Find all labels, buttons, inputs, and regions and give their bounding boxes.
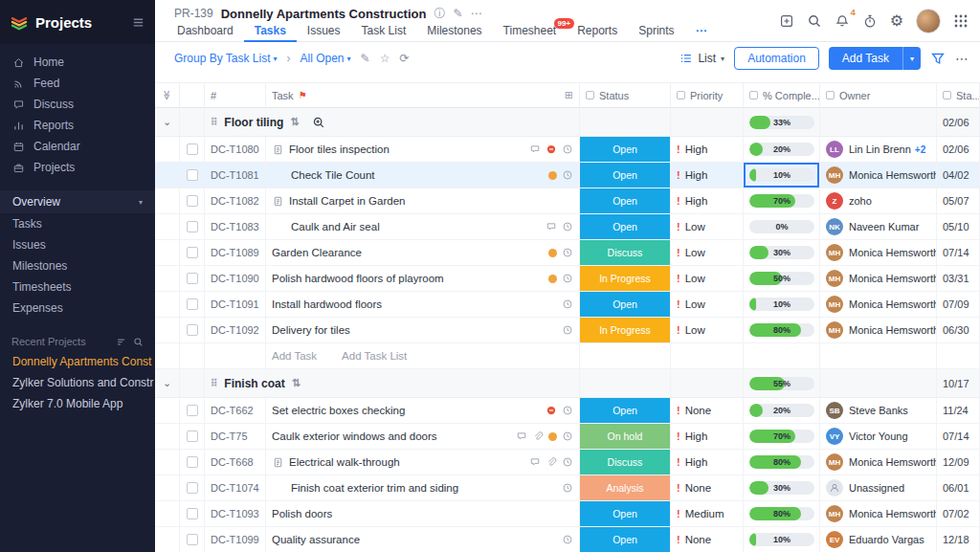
sidebar-item-discuss[interactable]: Discuss (0, 94, 155, 115)
priority-cell[interactable]: !Low (671, 318, 744, 343)
edit-view-icon[interactable]: ✎ (361, 52, 370, 65)
progress-cell[interactable]: 70% (744, 188, 820, 214)
group-collapse-cell[interactable]: ⌄ (155, 369, 180, 398)
row-checkbox[interactable] (187, 298, 198, 310)
row-checkbox[interactable] (187, 221, 198, 232)
sort-projects-icon[interactable] (116, 337, 126, 347)
status-chip[interactable]: Open (580, 163, 670, 188)
notifications-bell-icon[interactable]: 4 (835, 13, 850, 29)
edit-project-icon[interactable]: ✎ (453, 7, 462, 20)
progress-cell[interactable]: 10% (744, 163, 820, 188)
sidebar-item-home[interactable]: Home (0, 52, 155, 73)
tab-milestones[interactable]: Milestones (416, 24, 492, 42)
status-cell[interactable]: Analysis (580, 475, 671, 501)
sidebar-item-calendar[interactable]: Calendar (0, 136, 155, 157)
info-icon[interactable]: ⓘ (434, 6, 445, 22)
sort-icon[interactable]: ⇅ (290, 116, 299, 128)
view-filter-dropdown[interactable]: All Open ▾ (301, 52, 351, 65)
task-name-cell[interactable]: Delivery for tiles (266, 318, 580, 343)
progress-cell[interactable]: 70% (744, 424, 820, 450)
search-icon[interactable] (807, 13, 822, 29)
task-group-row[interactable]: ⌄⠿Floor tiling⇅33%02/06 (155, 108, 980, 137)
group-collapse-cell[interactable]: ⌄ (155, 108, 180, 137)
priority-cell[interactable]: !Low (671, 240, 744, 266)
row-checkbox[interactable] (187, 534, 198, 545)
status-chip[interactable]: Open (580, 501, 670, 526)
status-cell[interactable]: Discuss (580, 450, 671, 475)
col-header-sta[interactable]: Sta... (937, 82, 980, 108)
sidebar-subitem-issues[interactable]: Issues (0, 234, 155, 255)
table-row[interactable]: DC-T668Electrical walk-throughDiscuss!Hi… (155, 450, 980, 475)
table-row[interactable]: DC-T1091Install hardwood floorsOpen!Low1… (155, 292, 980, 318)
col-header-owner[interactable]: Owner (820, 82, 937, 108)
task-name-cell[interactable]: Finish coat exterior trim and siding (266, 475, 580, 501)
row-checkbox[interactable] (187, 431, 198, 442)
task-name-cell[interactable]: Floor tiles inspection (266, 137, 580, 163)
progress-cell[interactable]: 30% (744, 475, 820, 501)
row-checkbox[interactable] (187, 405, 198, 416)
tab-issues[interactable]: Issues (297, 24, 351, 42)
row-checkbox[interactable] (187, 144, 198, 155)
view-mode-selector[interactable]: List ▾ (679, 52, 724, 65)
column-settings-icon[interactable]: ⊞ (565, 89, 573, 101)
tab-reports[interactable]: Reports (567, 24, 628, 42)
apps-grid-icon[interactable] (953, 13, 969, 29)
tab-tasks[interactable]: Tasks (244, 24, 297, 42)
favorite-star-icon[interactable]: ☆ (380, 52, 390, 65)
status-chip[interactable]: Open (580, 527, 670, 552)
priority-cell[interactable]: !Medium (671, 501, 744, 527)
col-header-item[interactable]: # (205, 82, 266, 108)
status-chip[interactable]: Open (580, 137, 670, 162)
col-header-task[interactable]: Task⚑⊞ (266, 82, 580, 108)
owner-cell[interactable]: LLLin Lin Brenn+2 (820, 137, 937, 163)
row-checkbox[interactable] (187, 247, 198, 258)
add-task-dropdown[interactable]: ▾ (902, 47, 921, 70)
sidebar-subitem-tasks[interactable]: Tasks (0, 213, 155, 234)
sidebar-collapse-icon[interactable] (131, 15, 145, 30)
priority-cell[interactable]: !None (671, 398, 744, 424)
add-task-link[interactable]: Add Task (272, 350, 317, 362)
toolbar-more-icon[interactable]: ⋯ (955, 51, 969, 66)
task-name-cell[interactable]: Polish hardwood floors of playroom (266, 266, 580, 292)
row-checkbox[interactable] (187, 195, 198, 207)
status-cell[interactable]: Open (580, 137, 671, 163)
task-name-cell[interactable]: Electrical walk-through (266, 450, 580, 475)
col-header-comple[interactable]: % Comple... (744, 82, 820, 108)
row-checkbox[interactable] (187, 508, 198, 519)
add-task-list-link[interactable]: Add Task List (342, 350, 407, 362)
sidebar-subitem-milestones[interactable]: Milestones (0, 255, 155, 276)
owner-cell[interactable]: MHMonica Hemsworth (820, 501, 937, 527)
owner-cell[interactable]: MHMonica Hemsworth (820, 450, 937, 475)
progress-cell[interactable]: 80% (744, 501, 820, 527)
task-name-cell[interactable]: Caulk exterior windows and doors (266, 424, 580, 450)
table-row[interactable]: DC-T1090Polish hardwood floors of playro… (155, 266, 980, 292)
table-row[interactable]: DC-T1093Polish doorsOpen!Medium80%MHMoni… (155, 501, 980, 527)
status-cell[interactable]: Open (580, 398, 671, 424)
progress-cell[interactable]: 80% (744, 318, 820, 343)
row-checkbox[interactable] (187, 324, 198, 336)
status-chip[interactable]: Open (580, 398, 670, 423)
table-row[interactable]: DC-T1081Check Tile CountOpen!High10%MHMo… (155, 163, 980, 188)
app-logo-row[interactable]: Projects (0, 0, 155, 44)
status-cell[interactable]: Open (580, 501, 671, 527)
status-chip[interactable]: Open (580, 214, 670, 239)
progress-cell[interactable]: 10% (744, 527, 820, 552)
owner-cell[interactable]: Unassigned (820, 475, 937, 501)
status-chip[interactable]: Open (580, 292, 670, 317)
table-row[interactable]: DC-T1089Garden ClearanceDiscuss!Low30%MH… (155, 240, 980, 266)
table-row[interactable]: DC-T1083Caulk and Air sealOpen!Low0%NKNa… (155, 214, 980, 240)
tab-timesheet[interactable]: Timesheet99+ (493, 24, 568, 42)
table-row[interactable]: DC-T75Caulk exterior windows and doorsOn… (155, 424, 980, 450)
priority-cell[interactable]: !High (671, 424, 744, 450)
priority-cell[interactable]: !High (671, 137, 744, 163)
task-name-cell[interactable]: Install Carpet in Garden (266, 188, 580, 214)
status-cell[interactable]: Open (580, 292, 671, 318)
owner-cell[interactable]: MHMonica Hemsworth (820, 266, 937, 292)
status-cell[interactable]: Open (580, 163, 671, 188)
task-name-cell[interactable]: Check Tile Count (266, 163, 580, 188)
priority-cell[interactable]: !Low (671, 214, 744, 240)
progress-cell[interactable]: 20% (744, 398, 820, 424)
row-checkbox[interactable] (187, 169, 198, 181)
priority-cell[interactable]: !High (671, 163, 744, 188)
add-new-icon[interactable] (779, 13, 794, 29)
